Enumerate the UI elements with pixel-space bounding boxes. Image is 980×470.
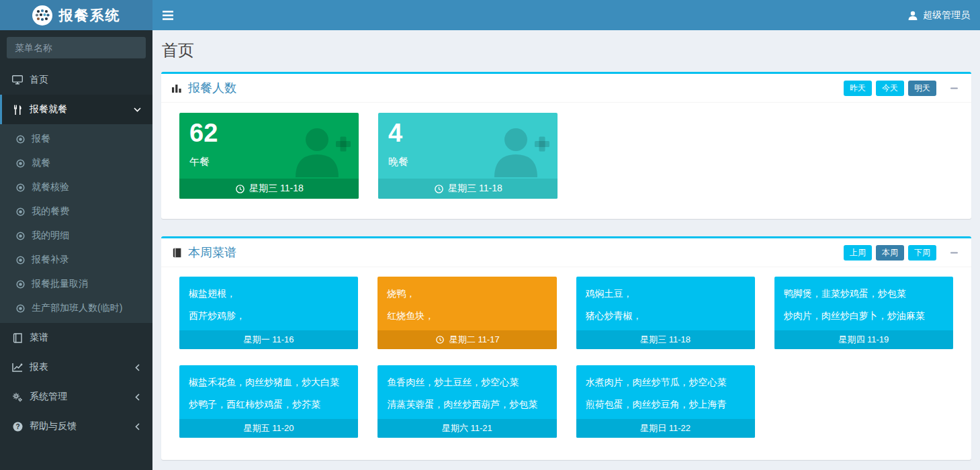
yesterday-button[interactable]: 昨天: [844, 81, 872, 96]
sidebar-item-overtime-count[interactable]: 生产部加班人数(临时): [0, 296, 152, 320]
this-week-button[interactable]: 本周: [876, 245, 904, 261]
book-icon: [12, 332, 23, 343]
sidebar-item-label: 帮助与反馈: [30, 420, 77, 432]
user-plus-icon: [289, 125, 351, 185]
sidebar-submenu: 报餐 就餐 就餐核验 我的餐费 我的明细: [0, 124, 152, 323]
circle-dot-icon: [15, 254, 26, 265]
hamburger-icon: [163, 10, 173, 21]
sidebar-item-jiucan[interactable]: 就餐: [0, 151, 152, 175]
clock-icon: [234, 183, 245, 194]
app-window: 报餐系统 超级管理员: [0, 0, 980, 470]
menu-line: 西芹炒鸡胗，: [189, 305, 349, 327]
clock-icon: [433, 183, 444, 194]
menu-date-footer: 星期三 11-18: [576, 330, 755, 349]
sidebar-item-label: 生产部加班人数(临时): [32, 302, 122, 314]
desktop-icon: [12, 75, 23, 85]
circle-dot-icon: [15, 182, 26, 193]
sidebar-item-label: 报餐补录: [32, 254, 69, 266]
last-week-button[interactable]: 上周: [844, 245, 872, 261]
app-title: 报餐系统: [59, 6, 121, 25]
panel-meal-count: 报餐人数 昨天 今天 明天 62 午餐: [161, 72, 971, 219]
menu-line: 清蒸芙蓉蛋，肉丝炒西葫芦，炒包菜: [387, 393, 547, 416]
sidebar-item-jiucan-check[interactable]: 就餐核验: [0, 175, 152, 199]
user-icon: [907, 10, 918, 21]
menu-date: 星期五 11-20: [244, 422, 294, 434]
circle-dot-icon: [15, 134, 26, 144]
gears-icon: [12, 391, 23, 402]
today-button[interactable]: 今天: [876, 81, 904, 96]
menu-line: 炒肉片，肉丝炒白萝卜，炒油麻菜: [784, 305, 944, 327]
sidebar-item-label: 首页: [30, 74, 48, 86]
chevron-left-icon: [132, 362, 142, 373]
lunch-stat-card: 62 午餐 星期三 11-18: [179, 113, 359, 199]
sidebar-item-label: 菜谱: [30, 332, 48, 344]
menu-date: 星期二 11-17: [449, 334, 500, 346]
search-button[interactable]: [144, 37, 146, 58]
sidebar-item-label: 系统管理: [30, 391, 67, 403]
menu-card-thursday: 鸭脚煲，韭菜炒鸡蛋，炒包菜 炒肉片，肉丝炒白萝卜，炒油麻菜 星期四 11-19: [774, 277, 953, 349]
sidebar-item-label: 就餐核验: [32, 181, 69, 193]
tomorrow-button[interactable]: 明天: [908, 81, 936, 96]
sidebar-item-label: 报餐: [32, 133, 50, 145]
chevron-left-icon: [132, 391, 142, 402]
panel-week-menu: 本周菜谱 上周 本周 下周 椒盐翅根， 西芹炒鸡胗，: [161, 236, 971, 460]
next-week-button[interactable]: 下周: [908, 245, 936, 261]
sidebar-toggle-button[interactable]: [152, 0, 183, 30]
menu-card-sunday: 水煮肉片，肉丝炒节瓜，炒空心菜 煎荷包蛋，肉丝炒豆角，炒上海青 星期日 11-2…: [576, 365, 755, 438]
collapse-icon[interactable]: [950, 84, 959, 93]
sidebar-item-baocan[interactable]: 报餐: [0, 127, 152, 151]
book-icon: [171, 247, 182, 258]
circle-dot-icon: [15, 230, 26, 241]
sidebar-item-help[interactable]: ? 帮助与反馈: [0, 412, 152, 441]
menu-line: 红烧鱼块，: [387, 305, 547, 327]
sidebar-search: [7, 37, 146, 58]
sidebar-item-recipes[interactable]: 菜谱: [0, 323, 152, 352]
menu-date-footer: 星期六 11-21: [377, 419, 556, 438]
menu-date: 星期一 11-16: [244, 334, 294, 346]
panel-title: 本周菜谱: [188, 244, 844, 261]
chevron-left-icon: [132, 421, 142, 432]
sidebar-item-meal-parent[interactable]: 报餐就餐: [0, 95, 152, 124]
meal-day-buttons: 昨天 今天 明天: [844, 81, 961, 96]
sidebar-item-system[interactable]: 系统管理: [0, 382, 152, 412]
menu-date-footer: 星期日 11-22: [576, 419, 755, 438]
sidebar-item-my-details[interactable]: 我的明细: [0, 224, 152, 248]
sidebar-item-label: 报表: [30, 361, 48, 373]
menu-line: 鸭脚煲，韭菜炒鸡蛋，炒包菜: [784, 283, 944, 305]
search-input[interactable]: [7, 37, 144, 58]
collapse-icon[interactable]: [950, 248, 959, 257]
menu-date: 星期日 11-22: [640, 422, 691, 434]
sidebar-nav: 首页 报餐就餐 报餐 就餐: [0, 65, 152, 441]
user-name: 超级管理员: [923, 9, 970, 21]
sidebar-item-my-fees[interactable]: 我的餐费: [0, 199, 152, 224]
sidebar-item-label: 报餐批量取消: [32, 278, 88, 290]
circle-dot-icon: [15, 279, 26, 289]
menu-line: 猪心炒青椒，: [586, 305, 746, 327]
menu-line: 椒盐禾花鱼，肉丝炒猪血，炒大白菜: [189, 371, 349, 393]
sidebar: 首页 报餐就餐 报餐 就餐: [0, 30, 152, 470]
sidebar-item-reports[interactable]: 报表: [0, 352, 152, 382]
sidebar-item-batch-cancel[interactable]: 报餐批量取消: [0, 272, 152, 296]
panel-week-menu-header: 本周菜谱 上周 本周 下周: [161, 238, 971, 267]
menu-line: 水煮肉片，肉丝炒节瓜，炒空心菜: [586, 371, 746, 393]
user-menu[interactable]: 超级管理员: [897, 0, 980, 30]
menu-card-saturday: 鱼香肉丝，炒土豆丝，炒空心菜 清蒸芙蓉蛋，肉丝炒西葫芦，炒包菜 星期六 11-2…: [377, 365, 556, 438]
menu-line: 鸡焖土豆，: [586, 283, 746, 305]
bar-chart-icon: [171, 83, 182, 93]
menu-date: 星期四 11-19: [838, 334, 889, 346]
dinner-stat-card: 4 晚餐 星期三 11-18: [378, 113, 558, 199]
menu-line: 椒盐翅根，: [189, 283, 349, 305]
menu-date-footer: 星期五 11-20: [179, 419, 358, 438]
sidebar-item-supplement[interactable]: 报餐补录: [0, 248, 152, 272]
sidebar-item-home[interactable]: 首页: [0, 65, 152, 95]
sidebar-item-label: 就餐: [32, 157, 50, 169]
menu-line: 鱼香肉丝，炒土豆丝，炒空心菜: [387, 371, 547, 393]
app-logo[interactable]: 报餐系统: [0, 0, 152, 30]
menu-date-footer: 星期二 11-17: [377, 330, 556, 349]
menu-date: 星期三 11-18: [640, 334, 691, 346]
cutlery-icon: [12, 104, 23, 115]
menu-date: 星期六 11-21: [442, 422, 492, 434]
line-chart-icon: [12, 362, 23, 373]
user-plus-icon: [488, 125, 549, 185]
panel-meal-count-body: 62 午餐 星期三 11-18 4: [161, 103, 971, 219]
